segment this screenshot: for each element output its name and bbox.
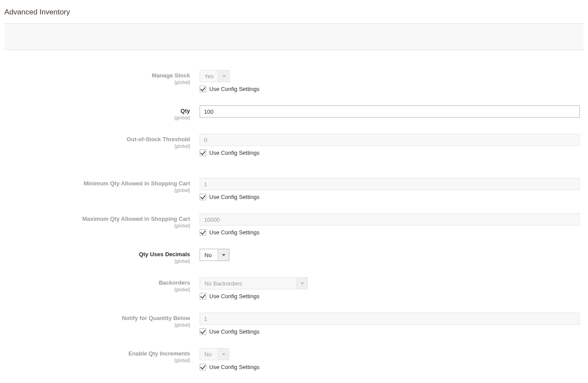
qty-decimals-select[interactable]: No	[200, 249, 229, 261]
scope-label: [global]	[4, 287, 190, 292]
notify-below-use-config-checkbox[interactable]	[200, 328, 206, 335]
scope-label: [global]	[4, 258, 190, 264]
manage-stock-use-config-checkbox[interactable]	[200, 86, 206, 92]
use-config-label: Use Config Settings	[209, 86, 259, 92]
backorders-use-config-checkbox[interactable]	[200, 293, 206, 299]
label-qty-decimals: Qty Uses Decimals	[4, 251, 190, 258]
scope-label: [global]	[4, 115, 190, 121]
min-qty-input	[200, 178, 580, 190]
out-of-stock-threshold-input	[200, 134, 580, 146]
chevron-down-icon[interactable]	[218, 249, 229, 261]
field-qty-decimals: Qty Uses Decimals [global] No	[4, 249, 584, 264]
scope-label: [global]	[4, 188, 190, 193]
backorders-select: No Backorders	[200, 277, 308, 289]
label-out-of-stock-threshold: Out-of-Stock Threshold	[4, 136, 190, 143]
scope-label: [global]	[4, 80, 190, 85]
use-config-label: Use Config Settings	[209, 293, 259, 299]
field-backorders: Backorders [global] No Backorders Use Co…	[4, 277, 584, 299]
out-of-stock-use-config-checkbox[interactable]	[200, 150, 206, 156]
scope-label: [global]	[4, 223, 190, 229]
field-min-qty: Minimum Qty Allowed in Shopping Cart [gl…	[4, 178, 584, 200]
enable-increments-use-config-checkbox[interactable]	[200, 364, 206, 370]
scope-label: [global]	[4, 322, 190, 328]
field-qty: Qty [global]	[4, 105, 584, 121]
page-title: Advanced Inventory	[4, 4, 584, 23]
chevron-down-icon	[296, 278, 308, 289]
label-notify-below: Notify for Quantity Below	[4, 315, 190, 322]
use-config-label: Use Config Settings	[209, 194, 259, 200]
max-qty-use-config-checkbox[interactable]	[200, 229, 206, 236]
chevron-down-icon	[218, 348, 229, 360]
qty-input[interactable]	[200, 105, 580, 118]
notice-banner	[4, 23, 584, 50]
use-config-label: Use Config Settings	[209, 328, 259, 335]
label-max-qty: Maximum Qty Allowed in Shopping Cart	[4, 216, 190, 223]
use-config-label: Use Config Settings	[209, 229, 259, 236]
label-enable-increments: Enable Qty Increments	[4, 350, 190, 358]
field-notify-below: Notify for Quantity Below [global] Use C…	[4, 313, 584, 335]
enable-increments-select: No	[200, 348, 229, 360]
form: Manage Stock [global] Yes Use Config Set…	[4, 70, 584, 383]
chevron-down-icon	[218, 70, 229, 82]
use-config-label: Use Config Settings	[209, 150, 259, 156]
field-max-qty: Maximum Qty Allowed in Shopping Cart [gl…	[4, 213, 584, 236]
field-manage-stock: Manage Stock [global] Yes Use Config Set…	[4, 70, 584, 92]
field-enable-increments: Enable Qty Increments [global] No Use Co…	[4, 348, 584, 370]
label-manage-stock: Manage Stock	[4, 72, 190, 80]
notify-below-input	[200, 313, 580, 325]
label-min-qty: Minimum Qty Allowed in Shopping Cart	[4, 180, 190, 188]
manage-stock-select: Yes	[200, 70, 230, 82]
advanced-inventory-panel: Advanced Inventory Manage Stock [global]…	[0, 0, 588, 383]
use-config-label: Use Config Settings	[209, 364, 259, 370]
field-out-of-stock-threshold: Out-of-Stock Threshold [global] Use Conf…	[4, 134, 584, 156]
min-qty-use-config-checkbox[interactable]	[200, 194, 206, 200]
label-backorders: Backorders	[4, 279, 190, 287]
scope-label: [global]	[4, 143, 190, 149]
label-qty: Qty	[4, 108, 190, 115]
scope-label: [global]	[4, 358, 190, 363]
max-qty-input	[200, 213, 580, 226]
